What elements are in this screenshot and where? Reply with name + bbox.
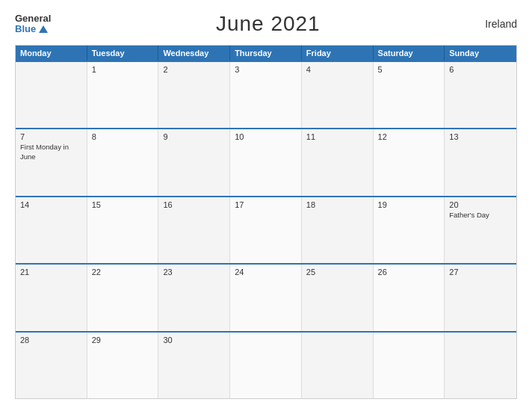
day-number: 20 <box>449 200 512 209</box>
day-number: 4 <box>306 65 368 74</box>
calendar-cell <box>374 333 445 398</box>
calendar-header: General Blue June 2021 Ireland <box>15 12 517 36</box>
calendar-cell <box>302 333 374 398</box>
event-label: Father's Day <box>449 211 512 220</box>
calendar-cell: 26 <box>374 265 445 330</box>
day-number: 16 <box>163 200 225 209</box>
calendar-cell: 19 <box>374 197 445 263</box>
calendar-cell <box>445 333 516 398</box>
calendar-cell: 28 <box>16 333 87 398</box>
calendar-cell: 4 <box>302 62 374 128</box>
country-label: Ireland <box>485 18 517 30</box>
day-number: 17 <box>235 200 297 209</box>
day-number: 26 <box>378 268 440 276</box>
calendar-cell: 17 <box>230 197 302 263</box>
calendar-body: 1234567First Monday in June8910111213141… <box>16 61 516 398</box>
day-number: 15 <box>92 200 154 209</box>
day-number: 28 <box>20 336 82 344</box>
calendar-cell: 1 <box>87 62 159 128</box>
calendar-cell: 13 <box>445 129 516 195</box>
weekday-tuesday: Tuesday <box>87 46 159 61</box>
day-number: 22 <box>92 268 154 276</box>
day-number: 8 <box>92 132 154 141</box>
calendar-cell: 2 <box>158 62 230 128</box>
calendar-weekdays-header: Monday Tuesday Wednesday Thursday Friday… <box>16 46 516 61</box>
day-number: 1 <box>92 65 154 74</box>
calendar-cell: 23 <box>158 265 230 330</box>
event-label: First Monday in June <box>20 143 82 161</box>
calendar-cell: 21 <box>16 265 87 330</box>
calendar-grid: Monday Tuesday Wednesday Thursday Friday… <box>15 45 517 399</box>
calendar-cell: 5 <box>374 62 445 128</box>
day-number: 18 <box>306 200 368 209</box>
calendar-cell: 9 <box>158 129 230 195</box>
calendar-cell: 24 <box>230 265 302 330</box>
day-number: 14 <box>20 200 82 209</box>
calendar-title: June 2021 <box>216 12 321 36</box>
calendar-week-row-4: 21222324252627 <box>16 263 516 330</box>
calendar-cell: 18 <box>302 197 374 263</box>
day-number: 25 <box>306 268 368 276</box>
calendar-cell: 29 <box>87 333 159 398</box>
weekday-sunday: Sunday <box>445 46 516 61</box>
day-number: 9 <box>163 132 225 141</box>
day-number: 29 <box>92 336 154 344</box>
weekday-friday: Friday <box>302 46 374 61</box>
day-number: 13 <box>449 132 512 141</box>
calendar-cell: 15 <box>87 197 159 263</box>
calendar-cell: 3 <box>230 62 302 128</box>
logo-blue-text: Blue <box>15 23 48 34</box>
calendar-cell: 6 <box>445 62 516 128</box>
calendar-cell: 25 <box>302 265 374 330</box>
calendar-cell: 10 <box>230 129 302 195</box>
calendar-week-row-1: 123456 <box>16 61 516 128</box>
day-number: 5 <box>378 65 440 74</box>
calendar-cell: 16 <box>158 197 230 263</box>
logo: General Blue <box>15 13 51 34</box>
calendar-cell <box>16 62 87 128</box>
day-number: 6 <box>449 65 512 74</box>
day-number: 11 <box>306 132 368 141</box>
calendar-cell: 22 <box>87 265 159 330</box>
calendar-cell: 14 <box>16 197 87 263</box>
calendar-cell: 7First Monday in June <box>16 129 87 195</box>
weekday-monday: Monday <box>16 46 87 61</box>
calendar-cell: 12 <box>374 129 445 195</box>
logo-triangle-icon <box>39 25 48 33</box>
day-number: 2 <box>163 65 225 74</box>
day-number: 12 <box>378 132 440 141</box>
calendar-week-row-5: 282930 <box>16 331 516 398</box>
day-number: 3 <box>235 65 297 74</box>
calendar-cell: 27 <box>445 265 516 330</box>
day-number: 7 <box>20 132 82 141</box>
day-number: 24 <box>235 268 297 276</box>
calendar-cell: 8 <box>87 129 159 195</box>
weekday-thursday: Thursday <box>230 46 302 61</box>
calendar-week-row-3: 14151617181920Father's Day <box>16 196 516 263</box>
day-number: 27 <box>449 268 512 276</box>
calendar-week-row-2: 7First Monday in June8910111213 <box>16 128 516 195</box>
logo-general-text: General <box>15 13 51 23</box>
weekday-wednesday: Wednesday <box>158 46 230 61</box>
day-number: 21 <box>20 268 82 276</box>
day-number: 19 <box>378 200 440 209</box>
day-number: 30 <box>163 336 225 344</box>
weekday-saturday: Saturday <box>374 46 445 61</box>
calendar-cell: 20Father's Day <box>445 197 516 263</box>
calendar-cell: 11 <box>302 129 374 195</box>
calendar-cell: 30 <box>158 333 230 398</box>
day-number: 10 <box>235 132 297 141</box>
day-number: 23 <box>163 268 225 276</box>
calendar-cell <box>230 333 302 398</box>
